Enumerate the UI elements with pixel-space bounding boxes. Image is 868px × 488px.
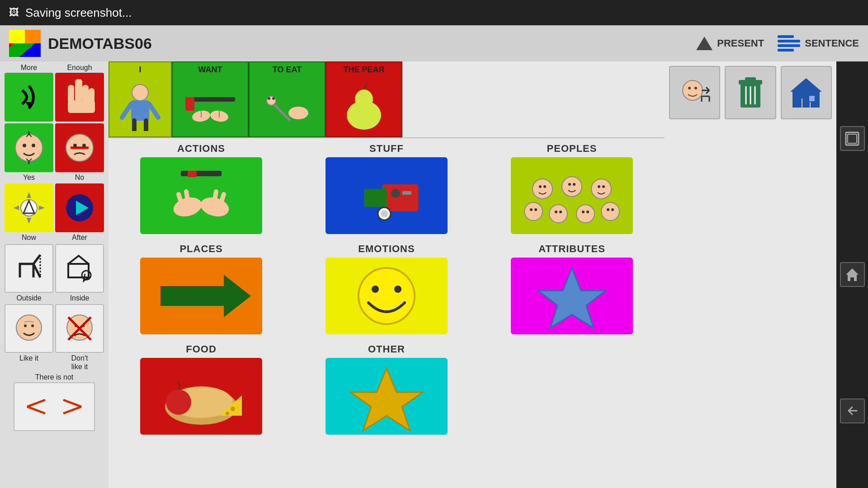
yes-label: Yes — [23, 173, 35, 182]
home-nav-button[interactable] — [840, 262, 865, 287]
thereisnot-icon — [23, 391, 86, 422]
sidebar-item-more: More — [5, 63, 53, 122]
more-button[interactable] — [5, 73, 53, 122]
window-nav-button[interactable] — [840, 126, 865, 151]
svg-rect-73 — [364, 189, 387, 207]
present-button[interactable]: PRESENT — [696, 37, 764, 50]
toeat-icon — [258, 84, 316, 129]
svg-line-27 — [33, 255, 40, 264]
svg-point-32 — [24, 324, 27, 327]
main-area: ACTIONS — [108, 138, 665, 488]
sentence-cell-toeat[interactable]: TO EAT — [249, 61, 326, 137]
svg-rect-71 — [382, 184, 418, 211]
person-icon — [115, 81, 165, 131]
places-image — [140, 258, 262, 334]
food-icon — [142, 361, 260, 432]
inside-button[interactable] — [55, 244, 104, 293]
svg-point-75 — [381, 210, 388, 217]
category-actions[interactable]: ACTIONS — [113, 143, 289, 234]
svg-point-76 — [391, 189, 400, 198]
back-nav-button[interactable] — [840, 399, 865, 423]
sentence-cell-I[interactable]: I — [108, 61, 172, 137]
yes-button[interactable] — [5, 123, 53, 172]
peoples-image — [511, 157, 633, 234]
app-title: DEMOTABS06 — [48, 35, 689, 52]
svg-point-109 — [226, 412, 229, 415]
svg-point-78 — [533, 179, 552, 199]
svg-rect-128 — [809, 95, 815, 102]
category-attributes[interactable]: ATTRIBUTES — [484, 243, 660, 334]
stuff-label: STUFF — [369, 143, 404, 155]
home-icon — [788, 74, 824, 112]
svg-point-89 — [534, 208, 537, 211]
back-icon — [844, 403, 860, 419]
svg-point-90 — [549, 205, 567, 223]
sidebar-item-now: Now — [5, 183, 53, 242]
category-other[interactable]: OTHER — [298, 343, 475, 435]
svg-point-92 — [559, 211, 562, 213]
outside-button[interactable] — [5, 244, 53, 293]
svg-point-111 — [683, 80, 703, 100]
right-nav — [836, 61, 868, 488]
sentence-cell-want[interactable]: WANT — [172, 61, 249, 137]
home-button[interactable] — [781, 66, 832, 119]
svg-point-31 — [16, 315, 42, 340]
screenshot-icon: 🖼 — [9, 7, 19, 19]
word-toeat-image — [250, 75, 325, 136]
trash-icon — [732, 74, 769, 112]
trash-button[interactable] — [725, 66, 776, 119]
listen-button[interactable] — [669, 66, 720, 119]
svg-rect-77 — [402, 191, 411, 195]
after-button[interactable] — [55, 183, 104, 232]
svg-line-70 — [215, 192, 216, 200]
now-button[interactable] — [5, 183, 53, 232]
word-pear-label: THE PEAR — [326, 64, 401, 75]
places-icon — [142, 261, 260, 331]
sidebar-item-inside: Inside — [55, 244, 104, 302]
places-label: PLACES — [179, 243, 222, 255]
svg-point-102 — [394, 286, 401, 293]
status-bar: 🖼 Saving screenshot... — [0, 0, 868, 25]
want-icon — [181, 84, 240, 129]
now-icon — [11, 190, 47, 226]
main-content: I WANT — [108, 61, 665, 488]
svg-point-79 — [539, 185, 542, 188]
other-label: OTHER — [368, 343, 405, 355]
svg-line-68 — [186, 192, 188, 200]
svg-point-58 — [272, 97, 275, 100]
thereisnot-button[interactable] — [14, 382, 95, 431]
sidebar-row-now-after: Now After — [2, 183, 107, 242]
category-peoples[interactable]: PEOPLES — [484, 143, 660, 234]
enough-button[interactable] — [55, 73, 104, 122]
sentence-cell-pear[interactable]: THE PEAR — [326, 61, 402, 137]
svg-marker-131 — [846, 268, 859, 281]
category-food[interactable]: FOOD — [113, 343, 289, 435]
likeit-button[interactable] — [5, 304, 53, 353]
svg-marker-103 — [538, 268, 606, 328]
status-text: Saving screenshot... — [25, 6, 132, 20]
present-label: PRESENT — [717, 38, 764, 49]
svg-point-94 — [582, 211, 585, 213]
category-places[interactable]: PLACES — [113, 243, 289, 334]
svg-point-112 — [688, 87, 691, 89]
other-icon — [328, 361, 445, 432]
sidebar-item-no: No — [55, 123, 104, 182]
svg-marker-23 — [39, 206, 45, 210]
actions-icon — [145, 162, 258, 230]
category-grid: ACTIONS — [113, 143, 660, 435]
svg-point-86 — [602, 185, 605, 188]
svg-marker-21 — [27, 218, 31, 224]
word-I-image — [109, 75, 171, 136]
content: More Enough — [0, 61, 868, 488]
sidebar-item-thereisnot: There is not — [2, 373, 107, 431]
word-I-label: I — [109, 64, 171, 75]
category-emotions[interactable]: EMOTIONS — [298, 243, 475, 334]
listen-icon — [677, 75, 713, 111]
sidebar-item-after: After — [55, 183, 104, 242]
dontlikeit-button[interactable] — [55, 304, 104, 353]
no-button[interactable] — [55, 123, 104, 172]
sidebar-item-yes: Yes — [5, 123, 53, 182]
svg-point-96 — [601, 202, 619, 221]
category-stuff[interactable]: STUFF — [298, 143, 475, 234]
sentence-button[interactable]: SENTENCE — [778, 35, 859, 52]
